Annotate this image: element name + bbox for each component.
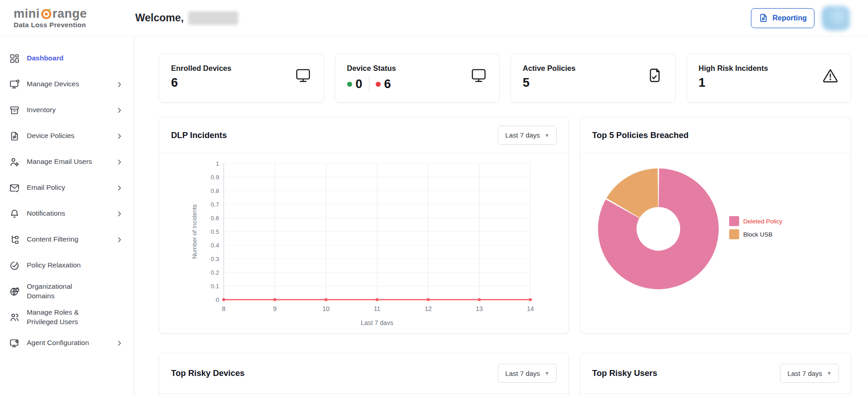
legend-item-deleted-policy: Deleted Policy [729,216,782,226]
svg-text:0.7: 0.7 [211,201,219,208]
monitor-icon [470,64,487,86]
offline-status-dot [376,82,381,87]
legend-item-block-usb: Block USB [729,229,782,239]
redacted-username [188,11,238,25]
sidebar-item-organizational-domains[interactable]: Organizational Domains [9,278,123,304]
sidebar-item-email-policy[interactable]: Email Policy [9,175,123,201]
sidebar-item-dashboard[interactable]: Dashboard [9,45,123,71]
reporting-button[interactable]: Reporting [751,8,814,28]
top-risky-users-panel: Top Risky Users Last 7 days ▼ [580,353,851,395]
brand-wordmark-suffix: range [53,8,87,20]
svg-text:0.4: 0.4 [211,242,219,249]
svg-text:1: 1 [216,160,219,167]
reporting-button-label: Reporting [772,14,807,22]
online-status-dot [347,82,352,87]
monitor-badge-icon [9,79,20,90]
miniorange-logo-icon [40,8,52,20]
envelope-check-icon [9,183,20,193]
legend-swatch [729,216,739,226]
dlp-incidents-panel: DLP Incidents Last 7 days ▼ 00.10.20.30.… [159,117,569,334]
sidebar-item-manage-roles[interactable]: Manage Roles & Privileged Users [9,304,123,330]
sidebar-item-label: Dashboard [27,54,96,63]
chevron-right-icon [116,107,123,114]
globe-lock-icon [9,286,20,297]
high-risk-incidents-label: High Risk Incidents [699,64,768,73]
dlp-incidents-chart: 00.10.20.30.40.50.60.70.80.9189101112131… [159,153,569,327]
risky-users-range-dropdown[interactable]: Last 7 days ▼ [780,364,839,383]
svg-text:Number of incidents: Number of incidents [191,204,198,259]
sidebar-item-content-filtering[interactable]: Content Filtering [9,227,123,252]
top-policies-panel: Top 5 Policies Breached Deleted Policy B… [580,117,851,334]
brand-logo: mini range Data Loss Prevention [0,8,134,29]
svg-text:8: 8 [222,305,226,312]
chevron-right-icon [116,210,123,217]
active-policies-card: Active Policies 5 [510,54,676,103]
policy-transfer-doc-icon [9,131,20,142]
monitor-gear-icon [9,338,20,349]
high-risk-incidents-value: 1 [699,76,768,90]
policy-doc-check-icon [646,64,663,86]
avatar[interactable] [822,6,850,30]
legend-label: Block USB [743,231,773,238]
sidebar-item-agent-configuration[interactable]: Agent Configuration [9,330,123,356]
header-actions: Reporting [751,6,868,30]
device-status-label: Device Status [347,64,396,73]
caret-down-icon: ▼ [827,370,832,376]
legend-swatch [729,229,739,239]
sidebar-item-label: Email Policy [27,183,96,193]
sidebar-item-manage-devices[interactable]: Manage Devices [9,71,123,97]
sidebar-item-label: Agent Configuration [27,338,96,348]
device-status-values: 0 6 [347,77,396,91]
chevron-right-icon [116,236,123,243]
report-doc-icon [759,13,768,23]
chevron-right-icon [116,184,123,192]
brand-wordmark-prefix: mini [14,8,40,20]
svg-text:0.5: 0.5 [211,228,219,235]
sidebar-nav: Dashboard Manage Devices Inventory [0,36,134,395]
bell-icon [9,208,20,219]
risky-devices-range-value: Last 7 days [505,370,540,377]
chevron-right-icon [116,158,123,166]
sidebar-item-device-policies[interactable]: Device Policies [9,123,123,149]
offline-count: 6 [384,77,391,91]
top-header: mini range Data Loss Prevention Welcome, [0,0,868,36]
sidebar-item-label: Inventory [27,105,96,115]
svg-text:0.6: 0.6 [211,215,219,222]
filter-tree-icon [9,234,20,245]
circle-check-icon [9,260,20,271]
sidebar-item-label: Content Filtering [27,235,96,244]
risky-devices-range-dropdown[interactable]: Last 7 days ▼ [498,364,557,383]
svg-text:0.3: 0.3 [211,256,219,262]
stat-cards-row: Enrolled Devices 6 Device Status 0 [159,54,851,103]
caret-down-icon: ▼ [544,370,549,376]
svg-text:Last 7 days: Last 7 days [361,319,393,325]
sidebar-item-inventory[interactable]: Inventory [9,97,123,123]
sidebar-item-manage-email-users[interactable]: Manage Email Users [9,149,123,175]
svg-text:0.9: 0.9 [211,174,219,181]
user-gear-icon [9,157,20,168]
top-risky-users-title: Top Risky Users [592,368,657,378]
sidebar-item-policy-relaxation[interactable]: Policy Relaxation [9,252,123,278]
sidebar-item-label: Organizational Domains [27,282,96,301]
dashboard-icon [9,53,20,64]
svg-text:14: 14 [527,305,534,312]
brand-tagline: Data Loss Prevention [14,21,134,29]
svg-text:13: 13 [476,305,483,312]
line-chart-svg: 00.10.20.30.40.50.60.70.80.9189101112131… [187,156,550,325]
active-policies-label: Active Policies [523,64,575,73]
chevron-right-icon [116,133,123,140]
svg-text:0: 0 [216,296,219,303]
chevron-right-icon [116,81,123,88]
dlp-range-value: Last 7 days [505,131,540,139]
dlp-dashboard-app: mini range Data Loss Prevention Welcome, [0,0,868,395]
brand-wordmark: mini range [14,8,134,20]
sidebar-item-notifications[interactable]: Notifications [9,201,123,227]
sidebar-item-label: Notifications [27,209,96,218]
svg-text:12: 12 [425,305,432,312]
sidebar-item-label: Device Policies [27,131,96,141]
dlp-range-dropdown[interactable]: Last 7 days ▼ [498,126,557,145]
risky-users-range-value: Last 7 days [787,370,822,377]
chevron-right-icon [116,340,123,347]
sidebar-item-label: Manage Devices [27,79,96,89]
users-icon [9,312,20,323]
